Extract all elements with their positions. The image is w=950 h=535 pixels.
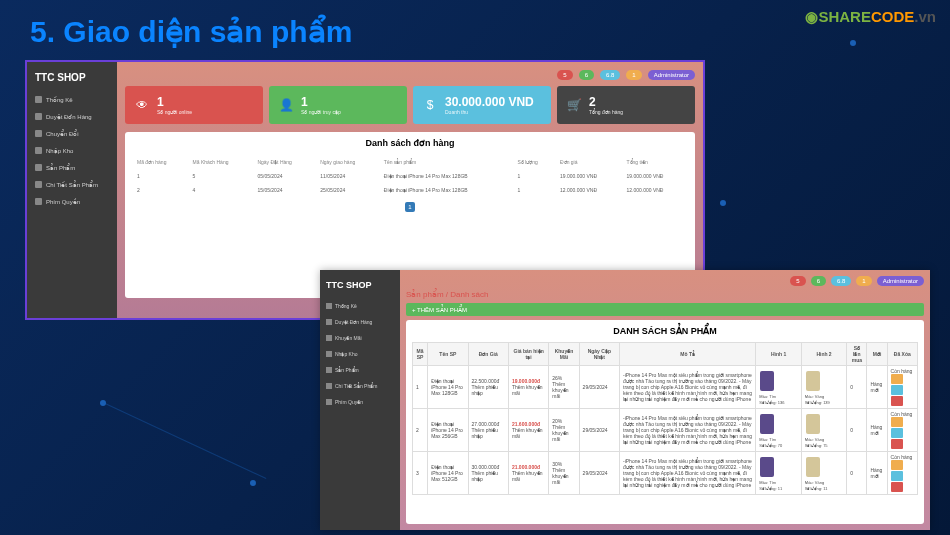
sidebar-1: TTC SHOP Thống KêDuyệt Đơn HàngChuyển Đổ…	[27, 62, 117, 318]
top-pill[interactable]: 1	[856, 276, 871, 286]
pager[interactable]: 1	[131, 202, 689, 212]
phone-icon	[806, 414, 820, 434]
top-pill[interactable]: 5	[790, 276, 805, 286]
edit-button[interactable]	[891, 417, 903, 427]
nav-icon	[326, 303, 332, 309]
sidebar-item[interactable]: Phím Quyền	[27, 193, 117, 210]
top-pill[interactable]: 5	[557, 70, 572, 80]
delete-button[interactable]	[891, 482, 903, 492]
breadcrumb: Sản phẩm / Danh sách	[406, 290, 924, 299]
sidebar-item[interactable]: Chi Tiết Sản Phẩm	[27, 176, 117, 193]
nav-icon	[35, 181, 42, 188]
nav-icon	[35, 164, 42, 171]
topbar-2: 566.81Administrator	[406, 276, 924, 286]
top-pill[interactable]: 6	[811, 276, 826, 286]
sidebar-item[interactable]: Chi Tiết Sản Phẩm	[320, 378, 400, 394]
card-icon: $	[421, 96, 439, 114]
phone-icon	[760, 371, 774, 391]
stat-card: 🛒2Tổng đơn hàng	[557, 86, 695, 124]
nav-icon	[35, 130, 42, 137]
card-icon: 🛒	[565, 96, 583, 114]
sidebar-2: TTC SHOP Thống KêDuyệt Đơn HàngKhuyến Mã…	[320, 270, 400, 530]
products-panel: TTC SHOP Thống KêDuyệt Đơn HàngKhuyến Mã…	[320, 270, 930, 530]
sidebar-item[interactable]: Chuyển Đổi	[27, 125, 117, 142]
nav-icon	[326, 335, 332, 341]
nav-icon	[35, 96, 42, 103]
brand-1: TTC SHOP	[27, 68, 117, 91]
add-product-button[interactable]: + THÊM SẢN PHẨM	[406, 303, 924, 316]
table-row: 3Điện thoại iPhone 14 Pro Max 512GB30.00…	[413, 452, 918, 495]
stat-card: 👤1Số người truy cập	[269, 86, 407, 124]
main-2: 566.81Administrator Sản phẩm / Danh sách…	[400, 270, 930, 530]
nav-icon	[35, 198, 42, 205]
products-table-wrap: DANH SÁCH SẢN PHẨM Mã SPTên SPĐơn GiáGiá…	[406, 320, 924, 524]
view-button[interactable]	[891, 428, 903, 438]
edit-button[interactable]	[891, 460, 903, 470]
sidebar-item[interactable]: Sản Phẩm	[320, 362, 400, 378]
phone-icon	[760, 414, 774, 434]
view-button[interactable]	[891, 471, 903, 481]
phone-icon	[806, 371, 820, 391]
nav-icon	[35, 147, 42, 154]
sidebar-item[interactable]: Nhập Kho	[320, 346, 400, 362]
sidebar-item[interactable]: Duyệt Đơn Hàng	[320, 314, 400, 330]
card-icon: 👁	[133, 96, 151, 114]
top-pill[interactable]: 6.8	[831, 276, 851, 286]
table-row[interactable]: 1505/05/202411/05/2024Điện thoại iPhone …	[133, 170, 687, 182]
sharecode-logo: ◉SHARECODE.vn	[805, 8, 936, 26]
delete-button[interactable]	[891, 396, 903, 406]
top-pill[interactable]: Administrator	[648, 70, 695, 80]
stat-cards: 👁1Số người online👤1Số người truy cập$30.…	[125, 86, 695, 124]
phone-icon	[760, 457, 774, 477]
sidebar-item[interactable]: Thống Kê	[27, 91, 117, 108]
delete-button[interactable]	[891, 439, 903, 449]
nav-icon	[35, 113, 42, 120]
orders-table-title: Danh sách đơn hàng	[131, 138, 689, 148]
table-row[interactable]: 2415/05/202425/05/2024Điện thoại iPhone …	[133, 184, 687, 196]
nav-icon	[326, 351, 332, 357]
phone-icon	[806, 457, 820, 477]
sidebar-item[interactable]: Phím Quyền	[320, 394, 400, 410]
slide-title: 5. Giao diện sản phẩm	[30, 14, 352, 49]
nav-icon	[326, 383, 332, 389]
top-pill[interactable]: 1	[626, 70, 641, 80]
view-button[interactable]	[891, 385, 903, 395]
topbar-1: 566.81Administrator	[125, 70, 695, 80]
top-pill[interactable]: Administrator	[877, 276, 924, 286]
top-pill[interactable]: 6	[579, 70, 594, 80]
sidebar-item[interactable]: Sản Phẩm	[27, 159, 117, 176]
edit-button[interactable]	[891, 374, 903, 384]
sidebar-item[interactable]: Khuyến Mãi	[320, 330, 400, 346]
stat-card: 👁1Số người online	[125, 86, 263, 124]
nav-icon	[326, 367, 332, 373]
top-pill[interactable]: 6.8	[600, 70, 620, 80]
nav-icon	[326, 319, 332, 325]
table-row: 1Điện thoại iPhone 14 Pro Max 128GB22.50…	[413, 366, 918, 409]
products-table: Mã SPTên SPĐơn GiáGiá bán hiện tạiKhuyến…	[412, 342, 918, 495]
orders-table: Mã đơn hàngMã Khách HàngNgày Đặt HàngNgà…	[131, 154, 689, 198]
stat-card: $30.000.000 VNDDoanh thu	[413, 86, 551, 124]
nav-icon	[326, 399, 332, 405]
sidebar-item[interactable]: Nhập Kho	[27, 142, 117, 159]
products-table-title: DANH SÁCH SẢN PHẨM	[412, 326, 918, 336]
card-icon: 👤	[277, 96, 295, 114]
brand-2: TTC SHOP	[320, 276, 400, 298]
sidebar-item[interactable]: Duyệt Đơn Hàng	[27, 108, 117, 125]
table-row: 2Điện thoại iPhone 14 Pro Max 256GB27.00…	[413, 409, 918, 452]
sidebar-item[interactable]: Thống Kê	[320, 298, 400, 314]
